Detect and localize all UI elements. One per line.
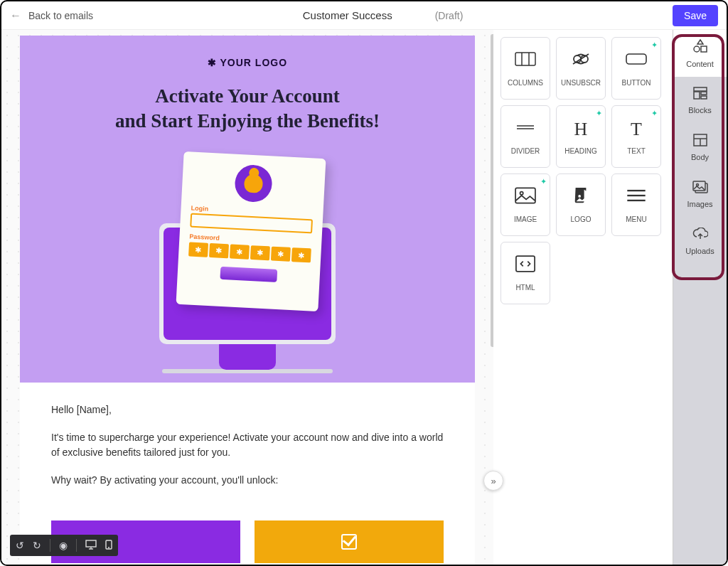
toolbar-separator xyxy=(50,539,50,552)
html-icon xyxy=(515,255,536,277)
chevron-right-icon: » xyxy=(491,476,496,486)
sparkle-icon: ✦ xyxy=(596,109,602,118)
tool-logo[interactable]: LOGO xyxy=(556,173,606,236)
toolbar-separator xyxy=(76,539,77,552)
mobile-view-button[interactable] xyxy=(105,540,112,552)
heading-icon: H xyxy=(574,119,588,140)
editor-canvas[interactable]: ✱ YOUR LOGO Activate Your Account and St… xyxy=(1,30,493,565)
redo-button[interactable]: ↻ xyxy=(33,540,41,551)
tool-label: LOGO xyxy=(571,215,592,223)
svg-rect-15 xyxy=(516,256,535,272)
save-button[interactable]: Save xyxy=(673,5,718,26)
shapes-icon xyxy=(692,39,708,57)
tab-content[interactable]: Content xyxy=(673,30,727,77)
image-icon xyxy=(515,187,536,208)
divider-icon xyxy=(515,119,536,140)
body-paragraph-1: It's time to supercharge your experience… xyxy=(51,430,444,460)
tab-label: Body xyxy=(691,153,709,161)
panel-expand-handle[interactable]: » xyxy=(483,471,503,491)
avatar-icon xyxy=(234,164,273,203)
tool-label: DIVIDER xyxy=(511,147,540,155)
images-icon xyxy=(692,181,708,197)
uploads-icon xyxy=(692,228,708,244)
login-card-graphic: Login Password ✱ ✱ ✱ ✱ ✱ ✱ xyxy=(176,151,326,311)
unsubscribe-icon xyxy=(570,50,592,72)
header-center: Customer Success (Draft) xyxy=(303,9,464,21)
right-tabs: Content Blocks Body Images Uploads xyxy=(673,30,727,565)
email-hero: ✱ YOUR LOGO Activate Your Account and St… xyxy=(20,36,475,383)
sparkle-icon: ✦ xyxy=(540,177,547,186)
svg-rect-21 xyxy=(701,96,707,99)
tool-label: COLUMNS xyxy=(508,79,543,87)
email-body-copy: Hello [Name], It's time to supercharge y… xyxy=(20,383,475,520)
email-logo: ✱ YOUR LOGO xyxy=(34,57,461,68)
tab-label: Uploads xyxy=(685,247,714,255)
logo-icon xyxy=(570,187,592,208)
svg-rect-19 xyxy=(694,92,700,99)
tool-label: IMAGE xyxy=(514,215,537,223)
tool-unsubscribe[interactable]: UNSUBSCR xyxy=(556,37,606,100)
hero-illustration: Login Password ✱ ✱ ✱ ✱ ✱ ✱ xyxy=(141,148,354,375)
bottom-toolbar: ↺ ↻ ◉ xyxy=(10,535,118,556)
tab-body[interactable]: Body xyxy=(673,124,727,171)
cta-orange[interactable] xyxy=(255,520,444,563)
tool-label: MENU xyxy=(626,215,646,223)
email-preview[interactable]: ✱ YOUR LOGO Activate Your Account and St… xyxy=(20,36,475,565)
headline-line2: and Start Enjoying the Benefits! xyxy=(34,109,461,134)
tool-image[interactable]: ✦ IMAGE xyxy=(500,173,550,236)
arrow-left-icon: ← xyxy=(10,9,21,22)
main-area: ✱ YOUR LOGO Activate Your Account and St… xyxy=(1,30,727,565)
blocks-icon xyxy=(693,87,707,103)
body-icon xyxy=(693,134,707,150)
greeting-text: Hello [Name], xyxy=(51,402,444,417)
tool-text[interactable]: ✦ T TEXT xyxy=(611,105,661,168)
undo-button[interactable]: ↺ xyxy=(16,540,24,551)
text-icon: T xyxy=(631,119,642,140)
back-label: Back to emails xyxy=(28,10,93,21)
draft-status: (Draft) xyxy=(435,10,464,21)
svg-rect-9 xyxy=(515,188,535,203)
tool-menu[interactable]: MENU xyxy=(611,173,661,236)
svg-rect-0 xyxy=(515,53,535,65)
tool-html[interactable]: HTML xyxy=(500,242,550,304)
content-toolbox: » COLUMNS UNSUBSCR ✦ BUTTON DIVIDE xyxy=(493,30,673,565)
tool-label: HTML xyxy=(515,284,535,292)
tool-divider[interactable]: DIVIDER xyxy=(500,105,550,168)
svg-point-11 xyxy=(578,195,581,198)
checkbox-icon xyxy=(341,534,357,550)
svg-rect-20 xyxy=(701,92,707,95)
tab-label: Blocks xyxy=(688,106,711,114)
page-title: Customer Success xyxy=(303,9,392,21)
tab-label: Content xyxy=(686,60,714,68)
desktop-view-button[interactable] xyxy=(85,540,97,552)
sparkle-icon: ✦ xyxy=(651,109,658,118)
tool-label: UNSUBSCR xyxy=(561,79,601,87)
tool-columns[interactable]: COLUMNS xyxy=(500,37,550,100)
back-to-emails-link[interactable]: ← Back to emails xyxy=(10,9,93,22)
svg-rect-18 xyxy=(694,87,707,91)
tool-heading[interactable]: ✦ H HEADING xyxy=(556,105,606,168)
body-paragraph-2: Why wait? By activating your account, yo… xyxy=(51,473,444,488)
tab-label: Images xyxy=(687,200,712,208)
tool-label: BUTTON xyxy=(622,79,651,87)
tool-label: TEXT xyxy=(627,147,646,155)
page-header: ← Back to emails Customer Success (Draft… xyxy=(1,1,727,30)
tool-button[interactable]: ✦ BUTTON xyxy=(611,37,661,100)
svg-rect-6 xyxy=(626,54,646,64)
menu-icon xyxy=(626,187,647,208)
sparkle-icon: ✦ xyxy=(651,41,658,50)
login-submit-graphic xyxy=(220,267,277,282)
svg-point-10 xyxy=(520,191,523,194)
email-headline: Activate Your Account and Start Enjoying… xyxy=(34,84,461,134)
tool-label: HEADING xyxy=(564,147,597,155)
tab-blocks[interactable]: Blocks xyxy=(673,77,727,124)
svg-rect-28 xyxy=(86,540,96,547)
button-icon xyxy=(626,50,647,72)
headline-line1: Activate Your Account xyxy=(34,84,461,109)
svg-rect-17 xyxy=(701,46,707,52)
tab-uploads[interactable]: Uploads xyxy=(673,218,727,265)
columns-icon xyxy=(515,50,536,72)
preview-button[interactable]: ◉ xyxy=(59,540,68,551)
tab-images[interactable]: Images xyxy=(673,171,727,218)
svg-point-16 xyxy=(694,46,700,52)
